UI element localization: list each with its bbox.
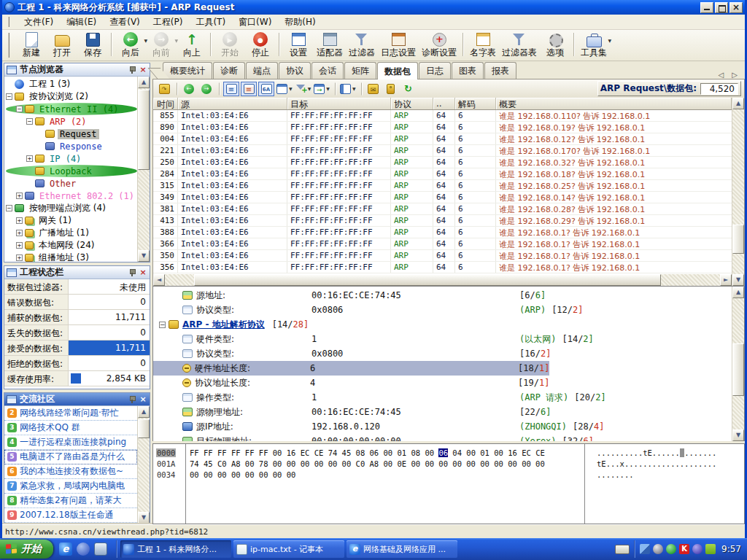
tree-item[interactable]: + Ethernet 802.2 (1)	[6, 190, 137, 202]
toolbar-button[interactable]	[210, 33, 212, 56]
packet-row[interactable]: 366 Intel:03:E4:E6 FF:FF:FF:FF:FF:FF ARP…	[153, 238, 732, 250]
tree-item[interactable]: + 网关 (1)	[6, 214, 137, 227]
tree-expander-icon[interactable]: +	[16, 254, 23, 261]
close-panel-icon[interactable]: ×	[139, 65, 147, 74]
ie-quicklaunch-icon[interactable]: e	[59, 542, 72, 556]
column-header[interactable]: ..	[433, 98, 455, 109]
hex-line[interactable]: 0000 FF FF FF FF FF FF 00 16 EC CE 74 45…	[153, 447, 744, 458]
packet-tool-button[interactable]	[198, 82, 214, 96]
view-tab[interactable]: 诊断	[213, 62, 245, 79]
packet-row[interactable]: 221 Intel:03:E4:E6 FF:FF:FF:FF:FF:FF ARP…	[153, 145, 732, 157]
scroll-up-icon[interactable]: ▲	[138, 77, 150, 88]
packet-row[interactable]: 284 Intel:03:E4:E6 FF:FF:FF:FF:FF:FF ARP…	[153, 168, 732, 180]
tree-item[interactable]: Loopback	[6, 165, 137, 177]
packet-row[interactable]: 315 Intel:03:E4:E6 FF:FF:FF:FF:FF:FF ARP…	[153, 180, 732, 192]
packet-row[interactable]: 388 Intel:03:E4:E6 FF:FF:FF:FF:FF:FF ARP…	[153, 227, 732, 238]
packet-list-vscrollbar[interactable]: ▲ ▼	[732, 98, 744, 286]
taskbar-task[interactable]: 工程 1 - 科来网络分...	[120, 540, 231, 558]
menu-item[interactable]: 窗口(W)	[232, 15, 278, 30]
toolbar-button[interactable]: 选项	[540, 31, 570, 58]
packet-row[interactable]: 855 Intel:03:E4:E6 FF:FF:FF:FF:FF:FF ARP…	[153, 110, 732, 122]
tray-volume-icon[interactable]	[653, 544, 663, 554]
view-tab[interactable]: 矩阵	[344, 62, 376, 79]
toolbar-button[interactable]	[462, 33, 464, 56]
decode-row[interactable]: 源IP地址: 192.168.0.120 (ZHONGQI) [28/ 4]	[153, 419, 604, 434]
toolbar-button[interactable]: ▼ 向后	[115, 31, 146, 58]
tree-expander-icon[interactable]: −	[26, 118, 33, 125]
menu-item[interactable]: 帮助(H)	[278, 15, 322, 30]
tree-item[interactable]: − 按协议浏览 (2)	[6, 90, 137, 103]
view-tab[interactable]: 协议	[279, 62, 311, 79]
tree-expander-icon[interactable]: −	[6, 93, 12, 100]
toolbar-button[interactable]: 名字表	[467, 31, 499, 58]
decode-row[interactable]: 协议地址长度: 4 [19/ 1]	[153, 376, 549, 390]
toolbar-button[interactable]: 设置	[283, 31, 314, 58]
toolbar-button[interactable]: 向上	[177, 31, 207, 58]
scroll-right-icon[interactable]: ►	[720, 274, 732, 286]
menu-item[interactable]: 文件(F)	[18, 15, 60, 30]
tree-expander-icon[interactable]: +	[16, 217, 23, 224]
tray-antivirus-icon[interactable]: K	[679, 544, 689, 554]
tree-item[interactable]: Response	[6, 140, 137, 152]
packet-row[interactable]: 381 Intel:03:E4:E6 FF:FF:FF:FF:FF:FF ARP…	[153, 203, 732, 215]
view-tab[interactable]: 概要统计	[163, 62, 212, 79]
tree-item[interactable]: − Ethernet II (4)	[6, 103, 137, 115]
community-link[interactable]: 4 一进行远程桌面连接就ping	[4, 435, 137, 450]
packet-row[interactable]: 004 Intel:03:E4:E6 FF:FF:FF:FF:FF:FF ARP…	[153, 133, 732, 145]
scroll-up-icon[interactable]: ▲	[138, 406, 150, 418]
toolbar-button[interactable]	[573, 33, 575, 56]
decode-row[interactable]: 源物理地址: 00:16:EC:CE:74:45 [22/ 6]	[153, 405, 551, 419]
column-header[interactable]: 源	[178, 98, 287, 109]
tree-item[interactable]: 工程 1 (3)	[6, 78, 137, 90]
close-button[interactable]	[729, 2, 743, 13]
decode-row[interactable]: 协议类型: 0x0806 (ARP) [12/ 2]	[153, 303, 583, 317]
packet-tool-button[interactable]	[335, 82, 336, 96]
hex-line[interactable]: 0034 00 00 00 00 00 00 00 00 ........	[153, 469, 744, 480]
tree-item[interactable]: − ARP (2)	[6, 115, 137, 128]
toolbar-button[interactable]: ▼ 向前	[146, 31, 177, 58]
view-tab[interactable]: 图表	[452, 62, 484, 79]
packet-row[interactable]: 350 Intel:03:E4:E6 FF:FF:FF:FF:FF:FF ARP…	[153, 250, 732, 262]
decode-row[interactable]: 源地址: 00:16:EC:CE:74:45 [6/ 6]	[153, 288, 546, 303]
toolbar-button[interactable]	[111, 33, 112, 56]
pin-icon[interactable]	[128, 66, 136, 74]
keyboard-layout-icon[interactable]	[615, 545, 630, 554]
packet-tool-button[interactable]	[223, 82, 239, 96]
packet-row[interactable]: 356 Intel:03:E4:E6 FF:FF:FF:FF:FF:FF ARP…	[153, 262, 732, 273]
menu-item[interactable]: 工具(T)	[189, 15, 232, 30]
view-tab[interactable]: 端点	[246, 62, 278, 79]
packet-tool-button[interactable]: ▼	[295, 82, 312, 96]
toolbar-button[interactable]: 日志设置	[378, 31, 419, 58]
community-link[interactable]: 6 我的本地连接没有数据包~	[4, 464, 137, 479]
community-link[interactable]: 8 精华选集2有问题，请莱大	[4, 494, 137, 508]
packet-row[interactable]: 349 Intel:03:E4:E6 FF:FF:FF:FF:FF:FF ARP…	[153, 192, 732, 203]
decode-expander-icon[interactable]: −	[159, 322, 166, 328]
packet-tool-button[interactable]: ▼	[339, 82, 357, 96]
tree-item[interactable]: Request	[6, 128, 137, 140]
packet-row[interactable]: 413 Intel:03:E4:E6 FF:FF:FF:FF:FF:FF ARP…	[153, 215, 732, 227]
tray-qq-icon[interactable]	[692, 544, 703, 554]
view-tab[interactable]: 报表	[484, 62, 516, 79]
column-header[interactable]: 目标	[287, 98, 391, 109]
close-panel-icon[interactable]: ×	[139, 268, 147, 277]
toolbar-button[interactable]: 过滤器表	[499, 31, 540, 58]
taskbar-task[interactable]: e 网络基础及网络应用 ...	[347, 540, 457, 558]
scroll-up-icon[interactable]: ▲	[732, 287, 744, 298]
column-header[interactable]: 解码	[455, 98, 496, 109]
toolbar-button[interactable]: 打开	[47, 31, 77, 58]
close-panel-icon[interactable]: ×	[139, 394, 147, 404]
packet-tool-button[interactable]	[400, 82, 417, 96]
decode-row[interactable]: 操作类型: 1 (ARP 请求) [20/ 2]	[153, 390, 606, 405]
tree-expander-icon[interactable]: +	[16, 230, 23, 236]
packet-row[interactable]: 890 Intel:03:E4:E6 FF:FF:FF:FF:FF:FF ARP…	[153, 122, 732, 133]
packet-tool-button[interactable]: ▼	[276, 82, 293, 96]
packet-tool-button[interactable]	[258, 82, 274, 96]
scroll-up-icon[interactable]: ▲	[732, 98, 744, 109]
minimize-button[interactable]	[700, 2, 713, 13]
scroll-down-icon[interactable]: ▼	[138, 512, 150, 524]
tree-expander-icon[interactable]: +	[26, 155, 33, 162]
view-tab[interactable]: 数据包	[377, 62, 418, 79]
menu-item[interactable]: 工程(P)	[147, 15, 190, 30]
toolbar-button[interactable]: 保存	[77, 31, 108, 58]
view-tab[interactable]: 日志	[419, 62, 451, 79]
